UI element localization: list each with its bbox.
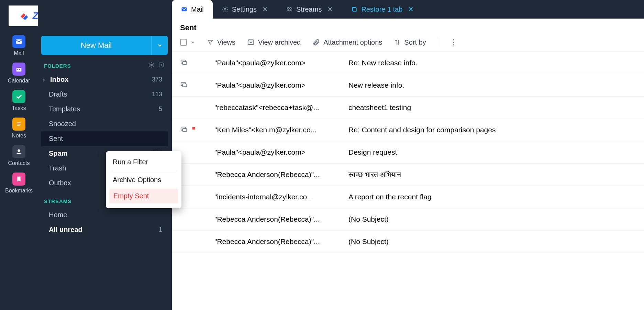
svg-rect-4 [19, 69, 20, 70]
mail-row[interactable]: "Paula"<paula@zylker.com>New release inf… [172, 74, 644, 97]
close-icon[interactable]: ✕ [262, 5, 268, 13]
view-archived-button[interactable]: View archived [247, 38, 301, 46]
row-icons [180, 125, 214, 135]
svg-point-8 [18, 150, 20, 152]
conversation-icon [180, 81, 188, 90]
ctx-empty-sent[interactable]: Empty Sent [109, 189, 178, 203]
rail-bookmarks-label: Bookmarks [5, 188, 33, 194]
folder-name: All unread [49, 226, 82, 233]
rail-notes-label: Notes [12, 133, 26, 139]
brand-mark-icon [18, 10, 31, 22]
rail-calendar[interactable]: Calendar [8, 63, 30, 84]
mail-subject: Re: Content and design for comparison pa… [348, 126, 644, 134]
folder-name: Spam [49, 150, 67, 157]
mail-row[interactable]: "Rebecca Anderson(Rebecca)"...(No Subjec… [172, 208, 644, 231]
rail-tasks-label: Tasks [12, 105, 26, 111]
folder-context-menu: Run a Filter Archive Options Empty Sent [106, 151, 181, 208]
folder-item-all-unread[interactable]: All unread1 [41, 222, 168, 237]
more-options-icon[interactable]: ⋮ [450, 38, 457, 47]
mail-row[interactable]: "Paula"<paula@zylker.com>Re: New release… [172, 52, 644, 74]
flag-icon [191, 126, 197, 134]
rail-tasks[interactable]: Tasks [12, 90, 26, 111]
ctx-archive-options[interactable]: Archive Options [106, 173, 181, 187]
attachment-options-button[interactable]: Attachment options [312, 38, 382, 46]
row-icons [180, 58, 214, 68]
mail-row[interactable]: "rebeccatask"<rebecca+task@...cheatsheet… [172, 97, 644, 119]
mail-row[interactable]: "Rebecca Anderson(Rebecca)"...स्वच्छ भार… [172, 164, 644, 186]
rail-notes[interactable]: Notes [12, 118, 26, 139]
svg-rect-3 [17, 69, 18, 70]
folder-name: Templates [49, 105, 80, 113]
mail-row[interactable]: "incidents-internal@zylker.co...A report… [172, 186, 644, 208]
tab-restore[interactable]: Restore 1 tab ✕ [342, 0, 423, 19]
folder-item-templates[interactable]: Templates5 [41, 102, 168, 117]
checkbox-icon [180, 39, 187, 46]
new-mail-button[interactable]: New Mail [41, 36, 151, 55]
tab-settings[interactable]: Settings ✕ [213, 0, 277, 19]
rail-contacts-label: Contacts [8, 160, 30, 166]
folders-header: FOLDERS [41, 55, 168, 72]
mail-row[interactable]: "Rebecca Anderson(Rebecca)"...(No Subjec… [172, 231, 644, 253]
chevron-down-icon [157, 43, 163, 48]
rail-mail[interactable]: Mail [12, 35, 25, 56]
sort-by-label: Sort by [404, 38, 426, 46]
gear-icon[interactable] [148, 62, 155, 69]
tab-settings-label: Settings [232, 5, 257, 13]
folder-name: Outbox [49, 179, 71, 187]
mail-subject: A report on the recent flag [348, 193, 644, 201]
app-rail: Mail Calendar Tasks Notes Contacts Bookm… [0, 0, 38, 310]
views-button[interactable]: Views [207, 38, 235, 46]
folder-item-snoozed[interactable]: Snoozed [41, 117, 168, 131]
tab-mail[interactable]: Mail [172, 0, 213, 19]
folder-item-inbox[interactable]: ›Inbox373 [41, 72, 168, 87]
rail-contacts[interactable]: Contacts [8, 145, 30, 166]
folder-item-drafts[interactable]: Drafts113 [41, 87, 168, 102]
folder-count: 5 [159, 106, 162, 113]
chevron-right-icon: › [43, 76, 49, 84]
filter-icon [207, 39, 214, 46]
mail-subject: New release info. [348, 81, 644, 89]
close-icon[interactable]: ✕ [327, 5, 333, 13]
streams-title: STREAMS [44, 198, 71, 204]
sort-icon [394, 39, 401, 46]
mail-row[interactable]: "Paula"<paula@zylker.com>Design request [172, 141, 644, 164]
divider [438, 38, 438, 47]
stream-list: HomeAll unread1 [41, 208, 168, 237]
svg-point-21 [290, 8, 291, 9]
mail-row[interactable]: "Ken Miles"<ken.m@zylker.co...Re: Conten… [172, 119, 644, 141]
svg-rect-29 [182, 129, 187, 131]
folder-item-sent[interactable]: Sent [41, 131, 168, 146]
select-all[interactable] [180, 39, 195, 46]
mail-from: "incidents-internal@zylker.co... [214, 193, 348, 201]
mail-subject: Re: New release info. [348, 59, 644, 67]
sort-by-button[interactable]: Sort by [394, 38, 426, 46]
contacts-icon [12, 145, 25, 158]
attachment-options-label: Attachment options [323, 38, 382, 46]
conversation-icon [180, 58, 188, 68]
mail-from: "Rebecca Anderson(Rebecca)"... [214, 237, 348, 246]
sidebar: New Mail FOLDERS ›Inbox373Drafts113Templ… [38, 0, 172, 310]
views-label: Views [217, 38, 235, 46]
close-icon[interactable]: ✕ [408, 5, 414, 13]
svg-rect-25 [182, 62, 187, 64]
folder-name: Drafts [49, 90, 67, 98]
svg-point-9 [151, 64, 153, 66]
tab-streams[interactable]: Streams ✕ [277, 0, 342, 19]
rail-bookmarks[interactable]: Bookmarks [5, 173, 33, 194]
mail-from: "Paula"<paula@zylker.com> [214, 59, 348, 67]
folder-count: 373 [152, 76, 162, 83]
tab-restore-label: Restore 1 tab [361, 5, 402, 13]
mail-subject: स्वच्छ भारत अभियान [348, 170, 644, 179]
folder-name: Home [49, 211, 67, 219]
svg-point-19 [224, 9, 226, 10]
mail-from: "Paula"<paula@zylker.com> [214, 148, 348, 156]
chevron-down-icon [190, 40, 195, 45]
ctx-run-filter[interactable]: Run a Filter [106, 155, 181, 169]
mail-subject: (No Subject) [348, 215, 644, 223]
gear-icon [222, 6, 229, 13]
mail-from: "rebeccatask"<rebecca+task@... [214, 103, 348, 112]
new-mail-dropdown[interactable] [151, 36, 168, 55]
add-folder-icon[interactable] [158, 62, 164, 69]
page-title: Sent [172, 19, 644, 34]
folder-item-home[interactable]: Home [41, 208, 168, 222]
